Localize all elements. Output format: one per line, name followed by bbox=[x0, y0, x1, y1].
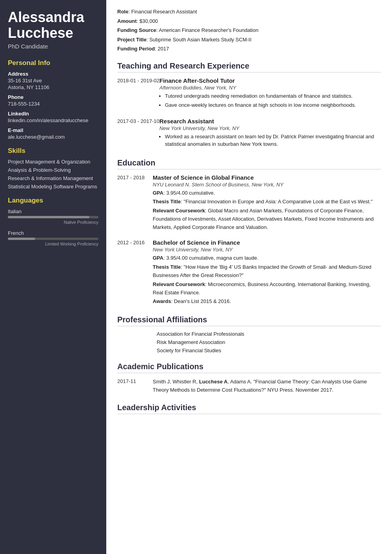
languages-heading: Languages bbox=[8, 197, 98, 204]
education-detail-label: Relevant Coursework bbox=[153, 281, 205, 287]
skill-item: Statistical Modeling Software Programs bbox=[8, 184, 98, 190]
email-label: E-mail bbox=[8, 127, 98, 133]
grant-amount-line: Amount: $30,000 bbox=[117, 17, 381, 25]
education-detail: Relevant Coursework: Microeconomics, Bus… bbox=[153, 281, 381, 297]
affiliation-item: Risk Management Association bbox=[117, 339, 381, 345]
experience-bullet: Tutored undergrads needing remediation o… bbox=[165, 92, 381, 100]
education-detail: GPA: 3.95/4.00 cumulative. bbox=[153, 189, 381, 197]
address-label: Address bbox=[8, 71, 98, 77]
education-org: New York University, New York, NY bbox=[153, 247, 381, 253]
experience-title: Research Assistant bbox=[159, 118, 381, 125]
grant-role-line: Role: Financial Research Assistant bbox=[117, 8, 381, 16]
experience-title: Finance After-School Tutor bbox=[159, 77, 381, 84]
language-bar-fill bbox=[8, 216, 89, 218]
language-proficiency: Limited Working Proficiency bbox=[8, 242, 98, 246]
education-date: 2017 - 2018 bbox=[117, 174, 153, 232]
grant-funding-source-line: Funding Source: American Finance Researc… bbox=[117, 26, 381, 34]
candidate-title: PhD Candidate bbox=[8, 43, 98, 50]
teaching-list: 2018-01 - 2019-02Finance After-School Tu… bbox=[117, 77, 381, 150]
grant-funding-source-value: American Finance Researcher's Foundation bbox=[159, 27, 258, 33]
address-line2: Astoria, NY 11106 bbox=[8, 84, 98, 90]
grant-amount-value: $30,000 bbox=[139, 18, 158, 24]
sidebar: Alessandra Lucchese PhD Candidate Person… bbox=[0, 0, 106, 554]
grant-funding-source-label: Funding Source bbox=[117, 27, 156, 33]
affiliation-item: Society for Financial Studies bbox=[117, 348, 381, 353]
phone-value: 718-555-1234 bbox=[8, 101, 98, 107]
language-bar-bg bbox=[8, 216, 98, 218]
language-bar-fill bbox=[8, 238, 35, 240]
experience-row: 2017-03 - 2017-10Research AssistantNew Y… bbox=[117, 118, 381, 150]
experience-org: Afternoon Buddies, New York, NY bbox=[159, 85, 381, 91]
publications-section-title: Academic Publications bbox=[117, 362, 381, 373]
email-value: ale.lucchese@gmail.com bbox=[8, 134, 98, 140]
teaching-section-title: Teaching and Research Experience bbox=[117, 61, 381, 73]
language-proficiency: Native Proficiency bbox=[8, 220, 98, 225]
education-list: 2017 - 2018Master of Science in Global F… bbox=[117, 174, 381, 307]
language-bar-bg bbox=[8, 238, 98, 240]
linkedin-value: linkedin.com/in/alessandralucchese bbox=[8, 117, 98, 123]
skill-item: Research & Information Management bbox=[8, 175, 98, 181]
education-content: Master of Science in Global FinanceNYU L… bbox=[153, 174, 381, 232]
affiliation-item: Association for Financial Professionals bbox=[117, 331, 381, 337]
education-detail-text: : "Financial Innovation in Europe and As… bbox=[181, 199, 372, 204]
publication-prefix: Smith J, Whistler R, bbox=[153, 379, 199, 385]
experience-content: Finance After-School TutorAfternoon Budd… bbox=[159, 77, 381, 111]
experience-date: 2017-03 - 2017-10 bbox=[117, 118, 159, 150]
skills-list: Project Management & OrganizationAnalysi… bbox=[8, 159, 98, 190]
affiliations-list: Association for Financial ProfessionalsR… bbox=[117, 331, 381, 353]
experience-row: 2018-01 - 2019-02Finance After-School Tu… bbox=[117, 77, 381, 111]
education-org: NYU Leonard N. Stern School of Business,… bbox=[153, 182, 381, 188]
publication-text: Smith J, Whistler R, Lucchese A, Adams A… bbox=[153, 378, 381, 394]
education-detail-text: : 3.95/4.00 cumulative, magna cum laude. bbox=[163, 255, 258, 261]
phone-label: Phone bbox=[8, 94, 98, 100]
education-title: Master of Science in Global Finance bbox=[153, 174, 381, 181]
affiliations-section: Professional Affiliations Association fo… bbox=[117, 315, 381, 353]
publication-row: 2017-11Smith J, Whistler R, Lucchese A, … bbox=[117, 378, 381, 394]
grant-funding-period-label: Funding Period bbox=[117, 46, 155, 52]
grant-funding-period-value: 2017 bbox=[158, 46, 169, 52]
publications-section: Academic Publications 2017-11Smith J, Wh… bbox=[117, 362, 381, 394]
education-detail: GPA: 3.95/4.00 cumulative, magna cum lau… bbox=[153, 254, 381, 262]
publication-date: 2017-11 bbox=[117, 378, 153, 394]
publications-list: 2017-11Smith J, Whistler R, Lucchese A, … bbox=[117, 378, 381, 394]
education-detail-label: Awards bbox=[153, 298, 171, 304]
experience-date: 2018-01 - 2019-02 bbox=[117, 77, 159, 111]
grant-info-section: Role: Financial Research Assistant Amoun… bbox=[117, 8, 381, 53]
leadership-section: Leadership Activities bbox=[117, 403, 381, 414]
education-row: 2017 - 2018Master of Science in Global F… bbox=[117, 174, 381, 232]
grant-amount-label: Amount bbox=[117, 18, 137, 24]
main-content: Role: Financial Research Assistant Amoun… bbox=[106, 0, 392, 554]
linkedin-label: LinkedIn bbox=[8, 111, 98, 117]
education-section: Education 2017 - 2018Master of Science i… bbox=[117, 158, 381, 307]
language-name: Italian bbox=[8, 208, 98, 214]
language-item: FrenchLimited Working Proficiency bbox=[8, 230, 98, 246]
language-item: ItalianNative Proficiency bbox=[8, 208, 98, 225]
experience-bullets: Worked as a research assistant on team l… bbox=[159, 133, 381, 148]
publication-author-bold: Lucchese A bbox=[199, 379, 228, 385]
education-detail-label: GPA bbox=[153, 255, 163, 261]
education-detail-label: Thesis Title bbox=[153, 199, 181, 204]
grant-project-title-line: Project Title: Subprime South Asian Mark… bbox=[117, 36, 381, 44]
education-date: 2012 - 2016 bbox=[117, 239, 153, 307]
language-name: French bbox=[8, 230, 98, 236]
grant-project-title-value: Subprime South Asian Markets Study SCM-I… bbox=[149, 37, 251, 43]
grant-project-title-label: Project Title bbox=[117, 37, 146, 43]
education-detail-text: : Dean's List 2015 & 2016. bbox=[171, 298, 231, 304]
education-detail: Thesis Title: "How Have the 'Big 4' US B… bbox=[153, 263, 381, 280]
education-section-title: Education bbox=[117, 158, 381, 169]
education-detail-text: : "How Have the 'Big 4' US Banks Impacte… bbox=[153, 264, 372, 278]
education-detail-label: Thesis Title bbox=[153, 264, 181, 270]
education-detail-text: : 3.95/4.00 cumulative. bbox=[163, 190, 215, 196]
teaching-section: Teaching and Research Experience 2018-01… bbox=[117, 61, 381, 150]
affiliations-section-title: Professional Affiliations bbox=[117, 315, 381, 326]
experience-bullet: Gave once-weekly lectures on finance at … bbox=[165, 101, 381, 109]
leadership-section-title: Leadership Activities bbox=[117, 403, 381, 414]
education-detail-label: Relevant Coursework bbox=[153, 208, 205, 214]
grant-role-value: Financial Research Assistant bbox=[131, 9, 197, 15]
experience-bullets: Tutored undergrads needing remediation o… bbox=[159, 92, 381, 109]
personal-info-heading: Personal Info bbox=[8, 59, 98, 67]
experience-org: New York University, New York, NY bbox=[159, 125, 381, 131]
education-detail: Awards: Dean's List 2015 & 2016. bbox=[153, 297, 381, 306]
education-row: 2012 - 2016Bachelor of Science in Financ… bbox=[117, 239, 381, 307]
skill-item: Analysis & Problem-Solving bbox=[8, 167, 98, 173]
